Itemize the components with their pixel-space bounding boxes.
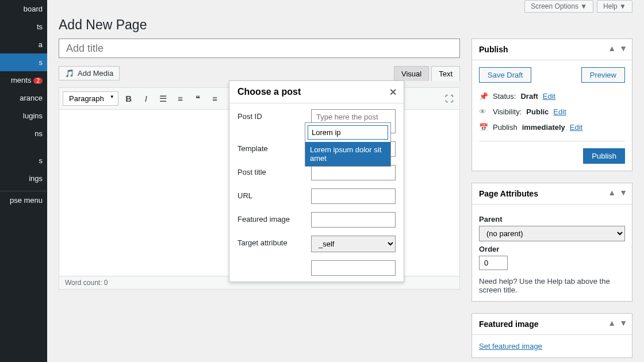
modal-close-button[interactable]: ✕	[389, 87, 397, 98]
post-title-modal-input[interactable]	[311, 165, 396, 180]
featured-image-label: Featured image	[237, 212, 305, 224]
post-title-label: Post title	[237, 165, 305, 176]
modal-title: Choose a post	[237, 87, 301, 97]
url-label: URL	[237, 188, 305, 200]
post-id-label: Post ID	[237, 109, 305, 121]
dropdown-search-input[interactable]	[308, 125, 388, 140]
post-id-dropdown: Lorem ipsum dolor sit amet	[305, 122, 391, 167]
target-label: Target attribute	[237, 236, 305, 247]
choose-post-modal: Choose a post ✕ Post ID Type here the po…	[229, 80, 404, 282]
template-label: Template	[237, 141, 305, 153]
url-input[interactable]	[311, 188, 396, 204]
dropdown-option[interactable]: Lorem ipsum dolor sit amet	[305, 142, 390, 166]
target-select[interactable]: _self	[311, 236, 396, 252]
featured-image-input[interactable]	[311, 212, 396, 228]
extra-input[interactable]	[311, 260, 396, 276]
